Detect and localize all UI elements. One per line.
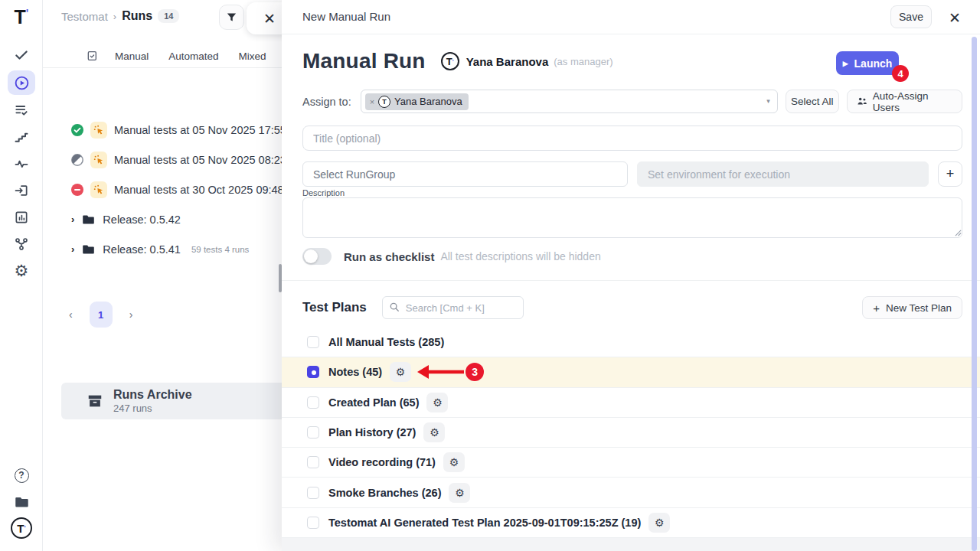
search-input[interactable] bbox=[382, 296, 524, 319]
owner-name: Yana Baranova bbox=[466, 55, 549, 68]
test-plan-label: Created Plan (65) bbox=[328, 396, 419, 409]
run-list-item[interactable]: Manual tests at 30 Oct 2025 09:48 bbox=[43, 174, 285, 204]
rungroup-input[interactable] bbox=[302, 161, 628, 187]
test-plan-list: All Manual Tests (285) Notes (45) ⚙ 3 Cr… bbox=[282, 328, 980, 538]
page-1-button[interactable]: 1 bbox=[90, 302, 113, 328]
test-plan-checkbox[interactable] bbox=[307, 336, 319, 348]
add-environment-button[interactable]: + bbox=[938, 161, 962, 187]
testomat-logo-icon[interactable]: T' bbox=[0, 6, 43, 28]
plan-settings-gear-icon[interactable]: ⚙ bbox=[648, 513, 670, 533]
breadcrumb-project[interactable]: Testomat bbox=[61, 10, 108, 23]
test-plan-checkbox[interactable] bbox=[307, 396, 319, 409]
bar-chart-icon[interactable] bbox=[8, 205, 35, 230]
owner-role: (as manager) bbox=[554, 56, 612, 67]
remove-assignee-icon[interactable]: × bbox=[370, 97, 374, 106]
run-label: Manual tests at 30 Oct 2025 09:48 bbox=[114, 184, 284, 196]
passed-status-icon bbox=[71, 124, 83, 136]
chevron-right-icon[interactable]: › bbox=[71, 214, 74, 225]
plan-settings-gear-icon[interactable]: ⚙ bbox=[390, 362, 411, 382]
plan-settings-gear-icon[interactable]: ⚙ bbox=[423, 422, 445, 442]
annotation-arrow: 3 bbox=[416, 363, 484, 381]
test-plan-checkbox[interactable] bbox=[307, 456, 319, 468]
annotation-badge-4: 4 bbox=[892, 65, 909, 82]
test-plan-label: Video recording (71) bbox=[328, 456, 436, 468]
test-plan-row[interactable]: All Manual Tests (285) bbox=[282, 328, 980, 357]
release-folder-item[interactable]: › Release: 0.5.41 59 tests 4 runs bbox=[43, 234, 285, 264]
breadcrumb-section[interactable]: Runs bbox=[122, 9, 152, 23]
branch-icon[interactable] bbox=[8, 232, 35, 256]
play-icon: ▶ bbox=[843, 60, 848, 67]
gear-icon[interactable]: ⚙ bbox=[8, 259, 35, 283]
select-all-button[interactable]: Select All bbox=[786, 90, 839, 113]
help-icon[interactable]: ? bbox=[8, 463, 35, 487]
description-textarea[interactable] bbox=[302, 197, 962, 238]
test-plan-checkbox[interactable] bbox=[307, 517, 319, 529]
assignee-select[interactable]: × T Yana Baranova ▾ bbox=[361, 90, 778, 113]
tests-check-icon[interactable] bbox=[8, 43, 35, 67]
prev-page-icon[interactable]: ‹ bbox=[69, 308, 73, 321]
title-input[interactable] bbox=[302, 126, 962, 151]
test-plan-label: Smoke Branches (26) bbox=[328, 487, 441, 499]
search-icon bbox=[389, 302, 400, 312]
run-list-item[interactable]: Manual tests at 05 Nov 2025 08:23 bbox=[43, 145, 285, 174]
save-button[interactable]: Save bbox=[890, 5, 932, 28]
close-icon[interactable]: ✕ bbox=[263, 10, 276, 28]
drawer-scrollbar[interactable] bbox=[972, 37, 977, 551]
release-folder-item[interactable]: › Release: 0.5.42 bbox=[43, 204, 285, 234]
test-plan-row[interactable]: Testomat AI Generated Test Plan 2025-09-… bbox=[282, 508, 980, 538]
launch-button[interactable]: ▶ Launch bbox=[836, 51, 899, 75]
import-icon[interactable] bbox=[8, 178, 35, 203]
plus-icon: + bbox=[873, 302, 880, 315]
checklist-hint: All test descriptions will be hidden bbox=[440, 250, 600, 262]
drawer-close-icon[interactable]: ✕ bbox=[949, 9, 961, 27]
tab-mixed[interactable]: Mixed bbox=[239, 51, 266, 62]
tab-automated[interactable]: Automated bbox=[168, 51, 218, 62]
pagination: ‹ 1 › bbox=[43, 302, 132, 328]
next-page-icon[interactable]: › bbox=[129, 308, 133, 321]
test-plan-row[interactable]: Created Plan (65) ⚙ bbox=[282, 388, 980, 418]
annotation-badge: 3 bbox=[466, 363, 484, 381]
drawer-title: New Manual Run bbox=[302, 10, 390, 23]
new-test-plan-button[interactable]: + New Test Plan bbox=[862, 296, 962, 319]
test-plan-checkbox[interactable] bbox=[307, 487, 319, 499]
manual-test-icon bbox=[90, 122, 107, 139]
filter-button[interactable] bbox=[219, 5, 244, 30]
assign-to-label: Assign to: bbox=[302, 96, 351, 108]
runs-count-badge: 14 bbox=[158, 9, 179, 23]
account-avatar[interactable]: T' bbox=[8, 516, 35, 540]
test-plan-row[interactable]: Video recording (71) ⚙ bbox=[282, 448, 980, 478]
run-as-checklist-toggle[interactable] bbox=[302, 248, 332, 265]
assignee-name: Yana Baranova bbox=[394, 96, 462, 107]
auto-assign-users-button[interactable]: Auto-Assign Users bbox=[847, 90, 962, 113]
app-icon-rail: T' ⚙ ? T' bbox=[0, 0, 43, 551]
steps-icon[interactable] bbox=[8, 125, 35, 149]
list-check-icon[interactable] bbox=[8, 98, 35, 122]
test-plan-checkbox[interactable] bbox=[307, 426, 319, 439]
folders-icon[interactable] bbox=[8, 490, 35, 514]
test-plan-row[interactable]: Smoke Branches (26) ⚙ bbox=[282, 478, 980, 507]
archive-count: 247 runs bbox=[113, 403, 192, 414]
chevron-down-icon[interactable]: ▾ bbox=[766, 97, 770, 105]
environment-input[interactable] bbox=[637, 161, 929, 187]
clipboard-check-icon[interactable] bbox=[86, 50, 98, 62]
run-type-tabs: Manual Automated Mixed U bbox=[43, 44, 285, 68]
test-plan-label: All Manual Tests (285) bbox=[328, 336, 444, 348]
run-list-item[interactable]: Manual tests at 05 Nov 2025 17:55 bbox=[43, 115, 285, 145]
plan-settings-gear-icon[interactable]: ⚙ bbox=[443, 452, 465, 472]
runs-play-circle-icon[interactable] bbox=[8, 70, 35, 95]
test-plan-checkbox[interactable] bbox=[307, 366, 319, 378]
running-status-icon bbox=[71, 154, 83, 166]
tab-manual[interactable]: Manual bbox=[115, 51, 149, 62]
users-icon bbox=[857, 96, 867, 106]
funnel-icon bbox=[226, 11, 237, 23]
resize-handle-icon[interactable] bbox=[955, 230, 962, 236]
plan-settings-gear-icon[interactable]: ⚙ bbox=[426, 393, 448, 412]
test-plan-row[interactable]: Notes (45) ⚙ 3 bbox=[282, 357, 980, 387]
plan-settings-gear-icon[interactable]: ⚙ bbox=[449, 483, 470, 503]
test-plan-row[interactable]: Plan History (27) ⚙ bbox=[282, 418, 980, 448]
owner-avatar: T' bbox=[441, 52, 459, 70]
test-plans-heading: Test Plans bbox=[302, 300, 367, 315]
pulse-icon[interactable] bbox=[8, 152, 35, 176]
chevron-right-icon[interactable]: › bbox=[71, 243, 74, 255]
runs-archive-card[interactable]: Runs Archive 247 runs bbox=[61, 383, 285, 419]
